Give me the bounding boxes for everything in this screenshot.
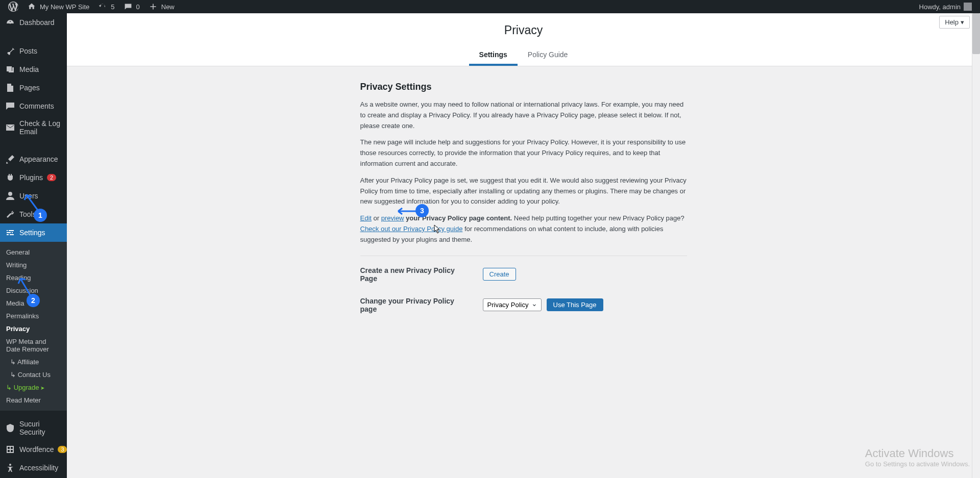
callout-3: 3 [415, 204, 429, 217]
submenu-permalinks[interactable]: Permalinks [0, 310, 67, 322]
sidebar-item-pages[interactable]: Pages [0, 79, 67, 97]
updates-count: 5 [111, 3, 114, 11]
mail-icon [5, 122, 15, 133]
create-page-row: Create a new Privacy Policy Page Create [360, 266, 687, 283]
site-name: My New WP Site [40, 3, 89, 11]
create-button[interactable]: Create [483, 268, 516, 281]
svg-point-1 [9, 464, 11, 466]
privacy-settings-content: Privacy Settings As a website owner, you… [350, 82, 697, 313]
preview-link[interactable]: preview [381, 214, 404, 222]
callout-arrow-3 [395, 207, 418, 215]
sidebar-label: Plugins [19, 173, 43, 182]
new-label: New [161, 3, 175, 11]
user-icon [5, 191, 15, 201]
callout-2: 2 [27, 294, 40, 307]
sidebar-item-sucuri[interactable]: Sucuri Security [0, 416, 67, 440]
callout-1: 1 [34, 209, 47, 222]
submenu-read-meter[interactable]: Read Meter [0, 394, 67, 407]
page-header: Privacy Settings Policy Guide [67, 13, 980, 66]
change-label: Change your Privacy Policy page [360, 297, 462, 313]
or-text: or [372, 214, 381, 222]
help-label: Help [945, 18, 959, 26]
watermark-sub: Go to Settings to activate Windows. [865, 460, 970, 468]
sidebar-item-accessibility[interactable]: Accessibility [0, 459, 67, 477]
comment-icon [123, 2, 133, 12]
user-account-menu[interactable]: Howdy, admin [915, 0, 976, 13]
chevron-down-icon: ▾ [961, 18, 964, 26]
brush-icon [5, 154, 15, 164]
scrollbar-thumb[interactable] [972, 13, 980, 54]
adminbar-right: Howdy, admin [915, 0, 976, 13]
sidebar-item-plugins[interactable]: Plugins 2 [0, 168, 67, 187]
plugin-update-badge: 2 [47, 174, 56, 181]
guide-link[interactable]: Check out our Privacy Policy guide [360, 225, 463, 233]
sidebar-item-posts[interactable]: Posts [0, 42, 67, 60]
page-title: Privacy [67, 23, 980, 37]
new-content-menu[interactable]: New [144, 0, 179, 13]
wordfence-badge: 3 [58, 446, 67, 453]
sidebar-label: Check & Log Email [19, 119, 62, 136]
home-icon [27, 2, 37, 12]
help-text: Need help putting together your new Priv… [514, 214, 684, 222]
create-label: Create a new Privacy Policy Page [360, 266, 462, 283]
privacy-page-select[interactable]: Privacy Policy [483, 298, 542, 311]
updates-link[interactable]: 5 [93, 0, 118, 13]
dashboard-icon [5, 17, 15, 28]
refresh-icon [97, 2, 108, 12]
use-this-page-button[interactable]: Use This Page [547, 298, 603, 311]
sidebar-item-settings[interactable]: Settings [0, 223, 67, 242]
submenu-writing[interactable]: Writing [0, 259, 67, 271]
svg-point-0 [8, 192, 12, 196]
sidebar-label: Dashboard [19, 18, 55, 27]
change-page-row: Change your Privacy Policy page Privacy … [360, 297, 687, 313]
submenu-contact-us[interactable]: Contact Us [0, 368, 67, 381]
submenu-privacy[interactable]: Privacy [0, 322, 67, 335]
sidebar-label: Settings [19, 229, 45, 237]
tab-settings[interactable]: Settings [469, 45, 518, 66]
windows-activation-watermark: Activate Windows Go to Settings to activ… [865, 447, 970, 468]
page-select-wrap: Privacy Policy [483, 298, 542, 311]
divider [360, 256, 687, 256]
tab-policy-guide[interactable]: Policy Guide [518, 45, 578, 66]
wrench-icon [5, 209, 15, 219]
sidebar-label: Sucuri Security [19, 420, 62, 436]
admin-sidebar: Dashboard Posts Media Pages Comments Che… [0, 13, 67, 478]
sidebar-label: Comments [19, 102, 54, 110]
edit-preview-paragraph: Edit or preview your Privacy Policy page… [360, 213, 687, 245]
sidebar-item-appearance[interactable]: Appearance [0, 150, 67, 168]
accessibility-icon [5, 463, 15, 473]
sidebar-item-media[interactable]: Media [0, 60, 67, 79]
vertical-scrollbar[interactable] [972, 13, 980, 478]
sidebar-item-dashboard[interactable]: Dashboard [0, 13, 67, 32]
comment-icon [5, 101, 15, 111]
comments-link[interactable]: 0 [119, 0, 144, 13]
submenu-upgrade[interactable]: Upgrade [0, 381, 67, 394]
pin-icon [5, 46, 15, 56]
intro-paragraph-2: The new page will include help and sugge… [360, 137, 687, 169]
submenu-general[interactable]: General [0, 246, 67, 259]
sidebar-item-comments[interactable]: Comments [0, 97, 67, 115]
watermark-title: Activate Windows [865, 447, 970, 460]
help-toggle[interactable]: Help ▾ [939, 16, 970, 29]
sidebar-label: Appearance [19, 155, 58, 163]
wp-logo-menu[interactable] [4, 0, 22, 13]
site-home-link[interactable]: My New WP Site [22, 0, 93, 13]
tab-nav: Settings Policy Guide [67, 45, 980, 66]
media-icon [5, 64, 15, 74]
cursor-icon [434, 224, 441, 236]
section-title: Privacy Settings [360, 82, 687, 92]
plus-icon [148, 2, 158, 12]
sidebar-item-wordfence[interactable]: Wordfence 3 [0, 440, 67, 459]
sidebar-item-check-log-email[interactable]: Check & Log Email [0, 115, 67, 140]
sidebar-label: Media [19, 65, 39, 73]
main-content: Help ▾ Privacy Settings Policy Guide Pri… [67, 13, 980, 478]
sidebar-label: Accessibility [19, 464, 58, 472]
plug-icon [5, 172, 15, 183]
edit-link[interactable]: Edit [360, 214, 372, 222]
comments-count: 0 [136, 3, 140, 11]
submenu-affiliate[interactable]: Affiliate [0, 356, 67, 368]
sidebar-label: Wordfence [19, 445, 54, 454]
submenu-wp-meta-remover[interactable]: WP Meta and Date Remover [0, 335, 67, 356]
wordfence-icon [5, 444, 15, 455]
sliders-icon [5, 228, 15, 238]
